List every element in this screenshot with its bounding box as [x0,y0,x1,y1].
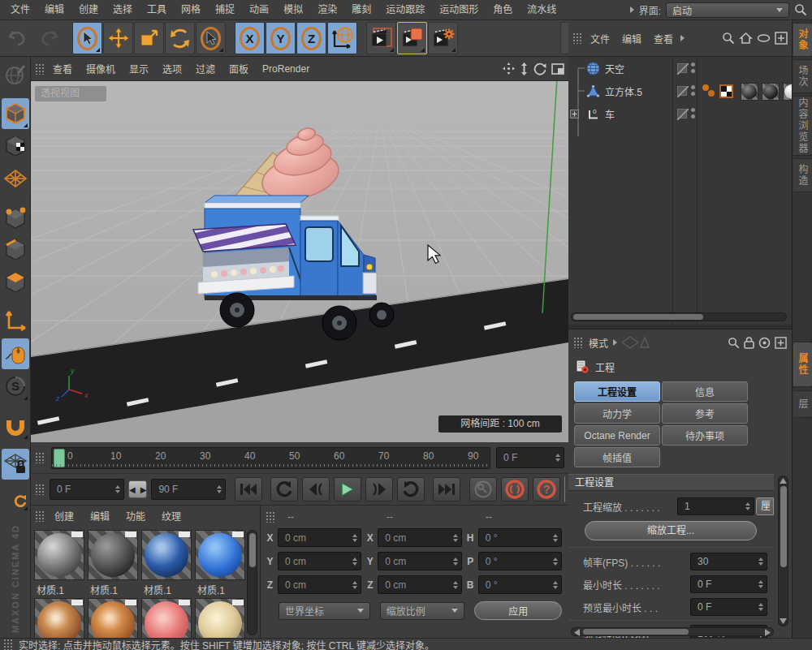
menu-snap[interactable]: 捕捉 [208,0,242,19]
expand-icon[interactable] [570,110,579,118]
spinner-icon[interactable] [217,485,222,493]
material-tile[interactable] [34,598,84,638]
end-frame-field[interactable]: 90 F [151,479,226,500]
enable-axis-button[interactable] [2,306,29,337]
material-label[interactable]: 材质.1 [34,583,84,596]
search-icon[interactable] [794,3,807,16]
menu-overflow-icon[interactable] [613,339,617,346]
material-tile[interactable] [141,530,192,580]
material-tag-3[interactable] [783,83,792,101]
target-icon[interactable] [758,337,771,349]
pos-y-field[interactable]: 0 cm [278,552,361,570]
attribute-vscrollbar[interactable] [778,476,788,626]
visibility-dots-car[interactable] [691,108,695,118]
menu-animate[interactable]: 动画 [242,0,276,19]
tab-info[interactable]: 信息 [662,381,748,402]
play-forwards-button[interactable] [397,477,425,501]
tab-keyframe-interp[interactable]: 帧插值 [574,447,660,467]
toolbar-clipped-button[interactable] [560,22,568,54]
layer-filter-icon[interactable] [757,33,771,43]
section-header[interactable]: 工程设置 [568,474,774,491]
tab-project-settings[interactable]: 工程设置 [574,381,660,402]
previous-key-button[interactable] [302,477,330,501]
menu-render[interactable]: 渲染 [310,0,344,19]
dock-tab-layers[interactable]: 层 [793,390,812,418]
vp-menu-options[interactable]: 选项 [156,62,188,75]
size-x-field[interactable]: 0 cm [378,528,461,547]
material-tile[interactable] [141,598,192,638]
coordinate-system-button[interactable] [327,22,357,54]
menu-motion-tracker[interactable]: 运动跟踪 [378,0,432,19]
panel-grip[interactable] [573,337,584,348]
material-tile[interactable] [88,598,138,638]
material-tile[interactable] [88,530,138,580]
menu-tools[interactable]: 工具 [140,0,174,19]
edge-mode-button[interactable] [2,235,29,265]
preview-min-time-field[interactable]: 0 F [690,598,767,616]
object-manager[interactable]: 天空 立方体.5 0 车 [568,57,792,325]
scale-tool-button[interactable] [134,22,164,54]
pan-view-icon[interactable] [503,62,515,75]
enable-snap-button[interactable] [2,410,29,441]
select-tool-button[interactable] [72,22,102,54]
lock-x-axis-button[interactable]: X [235,22,265,54]
panel-grip[interactable] [35,452,45,463]
lock-y-axis-button[interactable]: Y [266,22,296,54]
dock-tab-objects[interactable]: 对象 [793,23,812,57]
zoom-view-icon[interactable] [520,62,529,75]
point-mode-button[interactable] [2,202,29,233]
mat-menu-texture[interactable]: 纹理 [154,509,188,523]
panel-grip[interactable] [35,63,45,75]
menu-select[interactable]: 选择 [106,0,140,19]
home-icon[interactable] [739,32,753,45]
object-name[interactable]: 立方体.5 [605,84,642,98]
attr-menu-mode[interactable]: 模式 [589,336,608,350]
visibility-dots-sky[interactable] [691,62,695,73]
object-name[interactable]: 车 [605,107,615,121]
vp-menu-view[interactable]: 查看 [46,62,79,75]
lock-workplane-button[interactable] [2,449,29,480]
menu-create[interactable]: 创建 [71,0,106,19]
render-to-picture-viewer-button[interactable] [397,22,427,54]
polygon-mode-button[interactable] [2,267,29,298]
start-frame-field[interactable]: 0 F [50,479,124,500]
timeline-ruler[interactable]: 0 10 20 30 40 50 60 70 80 90 [51,447,490,469]
workplane-mode-button[interactable] [2,163,29,194]
search-icon[interactable] [728,337,740,349]
interface-expand-icon[interactable] [630,6,634,13]
dock-tab-content-browser[interactable]: 内容浏览器 [793,96,812,156]
menu-edit[interactable]: 编辑 [37,0,71,19]
menu-sculpt[interactable]: 雕刻 [344,0,378,19]
object-name[interactable]: 天空 [605,62,624,75]
size-y-field[interactable]: 0 cm [378,552,461,570]
search-icon[interactable] [722,32,735,45]
object-manager-hscrollbar[interactable] [571,312,787,321]
lock-icon[interactable] [744,337,754,349]
goto-start-button[interactable] [235,477,262,501]
fps-field[interactable]: 30 [690,553,767,570]
om-menu-edit[interactable]: 编辑 [617,32,646,45]
rotate-view-icon[interactable] [533,62,546,75]
material-tile[interactable] [195,598,245,638]
menu-mesh[interactable]: 网格 [174,0,208,19]
texture-mode-button[interactable] [2,131,29,161]
rot-b-field[interactable]: 0 ° [478,575,562,594]
material-tag-2[interactable] [762,83,780,101]
vp-menu-prorender[interactable]: ProRender [256,63,316,75]
next-key-button[interactable] [365,477,393,501]
vp-menu-filter[interactable]: 过滤 [189,62,222,75]
panel-grip[interactable] [35,484,45,495]
rot-h-field[interactable]: 0 ° [478,528,562,547]
size-z-field[interactable]: 0 cm [378,575,461,594]
vp-menu-display[interactable]: 显示 [123,62,155,75]
layer-toggle-sky[interactable] [677,63,687,73]
add-panel-icon[interactable] [775,337,787,349]
lock-z-axis-button[interactable]: Z [296,22,326,54]
redo-button[interactable] [33,22,63,54]
help-button[interactable]: ? [533,477,560,501]
om-menu-file[interactable]: 文件 [585,32,615,45]
pos-x-field[interactable]: 0 cm [278,528,361,547]
pos-z-field[interactable]: 0 cm [278,575,361,594]
undo-button[interactable] [2,22,32,54]
autokey-button[interactable] [501,477,529,501]
